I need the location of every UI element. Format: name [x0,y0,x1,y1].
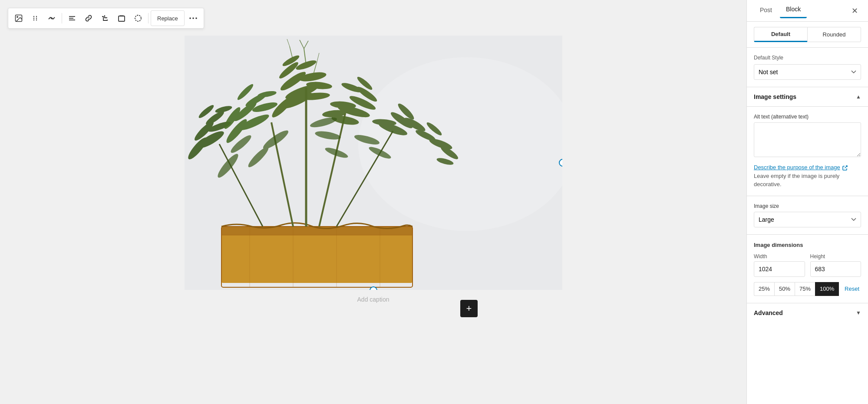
width-label: Width [754,253,805,259]
align-btn[interactable] [64,10,80,26]
block-toolbar: Replace [8,8,204,29]
svg-point-16 [189,17,191,19]
pct-50-btn[interactable]: 50% [774,282,795,296]
canvas-wrapper: Add caption [185,36,562,303]
svg-point-18 [195,17,197,19]
image-size-select[interactable]: Large [754,212,861,227]
width-input[interactable] [754,261,805,277]
width-field: Width [754,253,805,277]
toolbar-divider-2 [148,13,149,23]
text-overlay-btn[interactable] [114,10,129,26]
chevron-down-icon: ▼ [856,310,861,316]
external-link-icon [842,165,848,171]
image-settings-title: Image settings [754,93,796,100]
replace-button[interactable]: Replace [151,10,185,26]
image-block[interactable] [185,36,562,290]
dims-row: Width Height [754,253,861,277]
tab-post[interactable]: Post [754,3,778,18]
svg-point-2 [33,16,34,17]
sidebar-tabs: Post Block [754,3,807,18]
decorative-link[interactable]: Describe the purpose of the image [754,164,840,171]
svg-point-3 [36,16,37,17]
image-dims-section: Image dimensions Width Height 25% 50% 75… [747,235,868,303]
pct-25-btn[interactable]: 25% [754,282,774,296]
height-field: Height [810,253,861,277]
style-picker: Default Rounded [747,22,868,48]
svg-line-93 [845,166,848,168]
image-size-label: Image size [754,203,861,209]
pct-row: 25% 50% 75% 100% Reset [754,282,861,296]
image-icon-btn[interactable] [11,10,26,26]
chevron-up-icon: ▲ [856,94,861,100]
svg-point-5 [36,18,37,19]
toolbar-divider-1 [62,13,62,23]
default-style-section: Default Style Not set [747,48,868,87]
svg-rect-11 [119,16,125,21]
link-btn[interactable] [81,10,96,26]
svg-point-4 [33,18,34,19]
height-input[interactable] [810,261,861,277]
svg-point-7 [36,20,37,20]
right-sidebar: Post Block ✕ Default Rounded Default Sty… [746,0,868,404]
move-up-down-btn[interactable] [44,10,59,26]
style-rounded[interactable]: Rounded [807,27,861,42]
select-region-btn[interactable] [130,10,146,26]
image-settings-toggle[interactable]: Image settings ▲ [747,87,868,107]
decorative-info: Describe the purpose of the image Leave … [754,163,861,189]
height-label: Height [810,253,861,259]
tab-block[interactable]: Block [780,3,807,18]
alt-text-label: Alt text (alternative text) [754,114,861,120]
svg-point-1 [17,16,18,18]
more-options-btn[interactable] [185,10,201,26]
style-default[interactable]: Default [754,27,807,42]
default-style-select[interactable]: Not set [754,64,861,80]
dims-header: Image dimensions [754,242,861,248]
decorative-suffix-text: Leave empty if the image is purely decor… [754,173,839,188]
add-caption[interactable]: Add caption [357,296,389,303]
svg-point-6 [33,20,34,20]
image-settings-body: Alt text (alternative text) Describe the… [747,107,868,196]
crop-btn[interactable] [97,10,113,26]
plant-image [185,36,562,290]
sidebar-header: Post Block ✕ [747,0,868,22]
reset-dims-button[interactable]: Reset [843,286,861,292]
close-sidebar-button[interactable]: ✕ [848,4,861,17]
svg-point-15 [135,15,141,21]
add-block-button[interactable]: + [460,300,478,317]
default-style-label: Default Style [754,55,861,61]
advanced-label: Advanced [754,309,783,316]
pct-100-btn[interactable]: 100% [815,282,839,296]
pct-75-btn[interactable]: 75% [795,282,815,296]
svg-point-17 [192,17,194,19]
image-size-section: Image size Large [747,196,868,235]
alt-text-input[interactable] [754,122,861,157]
editor-area: Replace [0,0,746,404]
drag-handle-btn[interactable] [27,10,43,26]
advanced-toggle[interactable]: Advanced ▼ [747,303,868,322]
